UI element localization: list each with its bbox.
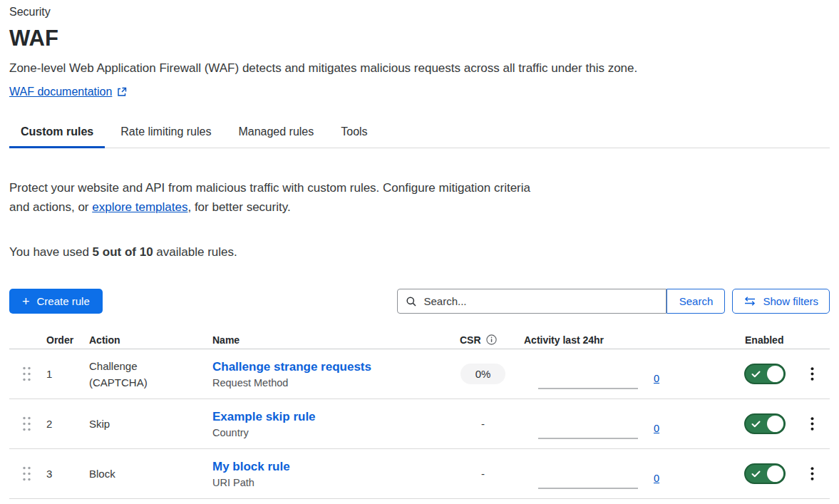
activity-count-link[interactable]: 0 xyxy=(654,473,659,484)
page-title: WAF xyxy=(9,26,830,51)
tab-custom-rules[interactable]: Custom rules xyxy=(9,120,105,148)
enabled-toggle[interactable] xyxy=(744,463,786,484)
plus-icon: + xyxy=(22,295,30,308)
header-csr: CSR xyxy=(460,334,481,346)
usage-text: You have used 5 out of 10 available rule… xyxy=(9,245,830,259)
toggle-knob xyxy=(767,466,783,482)
rule-action: Skip xyxy=(89,416,212,432)
rule-order: 2 xyxy=(46,418,89,430)
intro-text: Protect your website and API from malici… xyxy=(9,178,540,217)
kebab-menu-button[interactable] xyxy=(806,364,818,384)
header-order: Order xyxy=(46,334,89,346)
rules-table: Order Action Name CSR Activity last 24hr… xyxy=(9,331,830,499)
csr-value: - xyxy=(481,418,485,430)
table-row: 2 Skip Example skip rule Country - 0 xyxy=(9,399,830,449)
header-activity: Activity last 24hr xyxy=(520,334,734,346)
waf-documentation-link[interactable]: WAF documentation xyxy=(9,86,112,98)
waf-page: Security WAF Zone-level Web Application … xyxy=(0,0,839,499)
info-icon[interactable] xyxy=(486,334,497,345)
table-header-row: Order Action Name CSR Activity last 24hr… xyxy=(9,331,830,349)
rule-field: Request Method xyxy=(212,377,446,389)
tab-tools[interactable]: Tools xyxy=(329,120,379,148)
page-description: Zone-level Web Application Firewall (WAF… xyxy=(9,61,830,76)
rule-order: 1 xyxy=(46,368,89,380)
drag-handle-icon[interactable] xyxy=(21,416,32,432)
rule-field: Country xyxy=(212,427,446,438)
intro-after: , for better security. xyxy=(187,200,290,214)
activity-sparkline xyxy=(538,388,638,389)
search-button[interactable]: Search xyxy=(666,289,725,314)
drag-handle-icon[interactable] xyxy=(21,366,32,382)
check-icon xyxy=(751,421,761,428)
rule-action: Challenge (CAPTCHA) xyxy=(89,358,212,391)
table-row: 3 Block My block rule URI Path - 0 xyxy=(9,449,830,499)
csr-value: 0% xyxy=(460,364,506,384)
tab-bar: Custom rules Rate limiting rules Managed… xyxy=(9,120,830,148)
kebab-menu-button[interactable] xyxy=(806,414,818,433)
activity-count-link[interactable]: 0 xyxy=(654,373,659,384)
usage-count: 5 out of 10 xyxy=(93,245,153,259)
usage-suffix: available rules. xyxy=(153,245,237,259)
activity-sparkline xyxy=(538,438,638,439)
rule-name-link[interactable]: Challenge strange requests xyxy=(212,360,371,374)
rule-name-link[interactable]: Example skip rule xyxy=(212,410,316,424)
activity-count-link[interactable]: 0 xyxy=(654,423,659,434)
tab-rate-limiting-rules[interactable]: Rate limiting rules xyxy=(109,120,222,148)
tab-managed-rules[interactable]: Managed rules xyxy=(227,120,325,148)
external-link-icon xyxy=(117,87,127,97)
toggle-knob xyxy=(767,416,783,432)
search-icon xyxy=(406,296,417,307)
rule-name-link[interactable]: My block rule xyxy=(212,460,290,474)
enabled-toggle[interactable] xyxy=(744,413,786,434)
header-name: Name xyxy=(212,334,446,346)
toolbar: + Create rule Search xyxy=(9,289,830,314)
header-enabled: Enabled xyxy=(734,334,795,346)
show-filters-label: Show filters xyxy=(763,295,818,307)
kebab-menu-button[interactable] xyxy=(806,464,818,483)
create-rule-label: Create rule xyxy=(37,295,90,307)
check-icon xyxy=(751,371,761,378)
explore-templates-link[interactable]: explore templates xyxy=(92,200,187,214)
toggle-knob xyxy=(767,366,783,382)
create-rule-button[interactable]: + Create rule xyxy=(9,289,103,314)
filters-icon xyxy=(743,297,756,306)
search-box xyxy=(397,289,666,314)
rule-order: 3 xyxy=(46,468,89,480)
csr-value: - xyxy=(481,468,485,480)
search-input[interactable] xyxy=(423,295,658,307)
table-row: 1 Challenge (CAPTCHA) Challenge strange … xyxy=(9,349,830,399)
rule-action: Block xyxy=(89,466,212,482)
activity-sparkline xyxy=(538,488,638,489)
drag-handle-icon[interactable] xyxy=(21,466,32,482)
breadcrumb-security: Security xyxy=(9,6,830,19)
rule-field: URI Path xyxy=(212,477,446,488)
enabled-toggle[interactable] xyxy=(744,364,786,384)
show-filters-button[interactable]: Show filters xyxy=(732,289,830,314)
check-icon xyxy=(751,470,761,478)
usage-prefix: You have used xyxy=(9,245,93,259)
header-action: Action xyxy=(89,334,212,346)
